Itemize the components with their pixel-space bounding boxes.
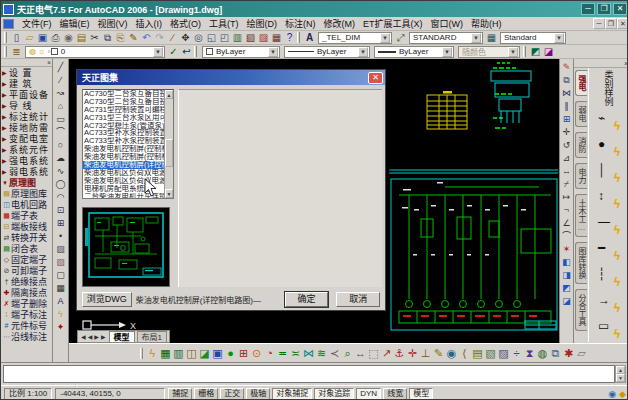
spline-icon[interactable]: ∿	[54, 165, 67, 178]
sidebar-item-电机回路[interactable]: ◫电机回路	[1, 199, 52, 210]
scroll-down-icon[interactable]: ▼	[165, 189, 173, 198]
chevron-down-icon[interactable]: ▼	[471, 33, 481, 43]
pan-icon[interactable]: ✥	[179, 32, 192, 44]
sidebar-item-可卸端子[interactable]: ⊘可卸端子	[1, 265, 52, 276]
telec-tool-icon[interactable]: ◍	[536, 346, 549, 360]
sidebar-item-沿线标注[interactable]: ⋯沿线标注	[1, 331, 52, 342]
block-edit-icon[interactable]: ◩	[560, 282, 573, 295]
arc-icon[interactable]: ⌒	[54, 126, 67, 139]
text-style-icon[interactable]: A	[303, 32, 316, 44]
insert-block-icon[interactable]: ⊡	[54, 204, 67, 217]
chevron-down-icon[interactable]: ▼	[442, 47, 452, 57]
copy-icon[interactable]: ⧉	[101, 32, 114, 44]
circle-icon[interactable]: ○	[54, 139, 67, 152]
layer-previous-icon[interactable]: ↩	[180, 46, 193, 58]
help-icon[interactable]: ?	[283, 32, 296, 44]
sidebar-item-平面设备[interactable]: ▶平面设备	[1, 89, 52, 100]
polyline-icon[interactable]: ↝	[54, 87, 67, 100]
palette-tab-图库转换[interactable]: 图库转换	[575, 242, 587, 284]
designcenter-icon[interactable]: ▧	[244, 32, 257, 44]
tab-nav-next-icon[interactable]: ▶	[93, 333, 100, 340]
region-icon[interactable]: ▢	[54, 269, 67, 282]
atlas-list-item[interactable]: AC731型控制装置可编程序...	[83, 106, 164, 114]
telec-tool-icon[interactable]: ✛	[406, 346, 419, 360]
toolbar-grip[interactable]	[523, 46, 526, 57]
sidebar-item-绝缘接点[interactable]: †绝缘接点	[1, 276, 52, 287]
toolbar-lock-icon[interactable]: ◆	[619, 389, 626, 399]
chevron-down-icon[interactable]: ▼	[153, 47, 163, 57]
telec-wire-icon[interactable]: ϟ	[54, 308, 67, 321]
sidebar-item-隔离接点[interactable]: ✚隔离接点	[1, 287, 52, 298]
sidebar-item-原理图[interactable]: ▼原理图	[1, 177, 52, 188]
dialog-close-button[interactable]: ✕	[368, 72, 383, 84]
ok-button[interactable]: 确定	[285, 292, 329, 307]
atlas-list-item[interactable]: AC732型稳压泵(管道泵)...	[83, 122, 164, 130]
telec-tool-icon[interactable]: ⊙	[250, 346, 263, 360]
scroll-down-icon[interactable]: ▼	[616, 374, 625, 382]
chevron-down-icon[interactable]: ▼	[358, 47, 368, 57]
offset-icon[interactable]: ∥	[560, 100, 573, 113]
telec-tool-icon[interactable]: ✱	[562, 346, 575, 360]
menu-item[interactable]: 文件(F)	[18, 17, 56, 30]
telec-tool-icon[interactable]: ⧗	[523, 346, 536, 360]
table-icon[interactable]: ▦	[54, 282, 67, 295]
palette-tab-active[interactable]: 强电	[575, 70, 587, 96]
block-save-icon[interactable]: ◪	[560, 295, 573, 308]
tab-nav-prev-icon[interactable]: ◀	[87, 333, 94, 340]
palette-tab-土木工…[interactable]: 土木工…	[575, 194, 587, 237]
telec-tool-icon[interactable]: ▣	[211, 346, 224, 360]
palette-tab-电力[interactable]: 电力	[575, 163, 587, 189]
cancel-button[interactable]: 取消	[336, 292, 380, 307]
dim-style-combo[interactable]: STANDARD▼	[409, 32, 483, 44]
toolpalettes-icon[interactable]: ▨	[257, 32, 270, 44]
telec-tool-icon[interactable]: ⌕	[341, 346, 354, 360]
telec-tool-icon[interactable]: ✎	[432, 346, 445, 360]
telec-tool-icon[interactable]: ▱	[575, 346, 588, 360]
telec-tool-icon[interactable]: ⊞	[237, 346, 250, 360]
close-icon[interactable]: ×	[47, 59, 51, 66]
color-combo[interactable]: ByLayer ▼	[202, 46, 280, 58]
mdi-window-button[interactable]: ✕	[617, 18, 628, 29]
menu-item[interactable]: 编辑(E)	[56, 17, 94, 30]
telec-tool-icon[interactable]: ↔	[354, 346, 367, 360]
layer-on-icon[interactable]: ◍	[29, 47, 36, 56]
breaker-symbol-icon[interactable]: ●ϟ	[596, 135, 622, 159]
plot-icon[interactable]: ⎙	[49, 32, 62, 44]
telec-tool-icon[interactable]: ⋈	[302, 346, 315, 360]
layer-manager-icon[interactable]: ≣	[10, 46, 23, 58]
chevron-down-icon[interactable]: ▼	[554, 33, 564, 43]
save-icon[interactable]: ▣	[36, 32, 49, 44]
scroll-thumb[interactable]	[165, 139, 173, 167]
line-icon[interactable]: ╱	[54, 61, 67, 74]
menu-item[interactable]: 格式(O)	[166, 17, 205, 30]
telec-tool-icon[interactable]: ⬚	[367, 346, 380, 360]
arrow-symbol-icon[interactable]: →ϟ	[596, 291, 622, 315]
telec-tool-icon[interactable]: ⟨	[458, 346, 471, 360]
communication-center-icon[interactable]: ◉	[608, 389, 616, 399]
scroll-up-icon[interactable]: ▲	[616, 366, 625, 374]
tab-nav-last-icon[interactable]: ▶	[100, 333, 107, 340]
table-style-icon[interactable]: ▦	[485, 32, 498, 44]
point-icon[interactable]: •	[54, 230, 67, 243]
list-scrollbar[interactable]: ▲ ▼	[164, 90, 173, 198]
construction-line-icon[interactable]: ∕	[54, 74, 67, 87]
terminal-symbol-icon[interactable]: —ϟ	[596, 213, 622, 237]
menu-item[interactable]: 插入(I)	[132, 17, 167, 30]
menu-item[interactable]: 标注(N)	[281, 17, 320, 30]
array-icon[interactable]: ⊞	[560, 113, 573, 126]
revcloud-icon[interactable]: ☁	[54, 152, 67, 165]
telec-tool-icon[interactable]: ◫	[185, 346, 198, 360]
scroll-up-icon[interactable]: ▲	[165, 90, 173, 99]
dashed-link-symbol-icon[interactable]: ┆ϟ	[596, 265, 622, 289]
sidebar-item-设 置[interactable]: ▶设 置	[1, 67, 52, 78]
atlas-list-item[interactable]: 柴油发电机区负荷双电源...	[83, 169, 164, 177]
sidebar-item-闭合表[interactable]: ▤闭合表	[1, 243, 52, 254]
lineweight-combo[interactable]: ByLayer ▼	[374, 46, 454, 58]
toolbar-grip[interactable]	[140, 348, 143, 359]
move-icon[interactable]: ✛	[560, 126, 573, 139]
document-icon[interactable]	[3, 19, 14, 29]
telec-tool-icon[interactable]: ●	[224, 346, 237, 360]
properties-icon[interactable]: ▥	[231, 32, 244, 44]
make-block-icon[interactable]: ⊞	[54, 217, 67, 230]
telec-tool-icon[interactable]: ≖	[276, 346, 289, 360]
